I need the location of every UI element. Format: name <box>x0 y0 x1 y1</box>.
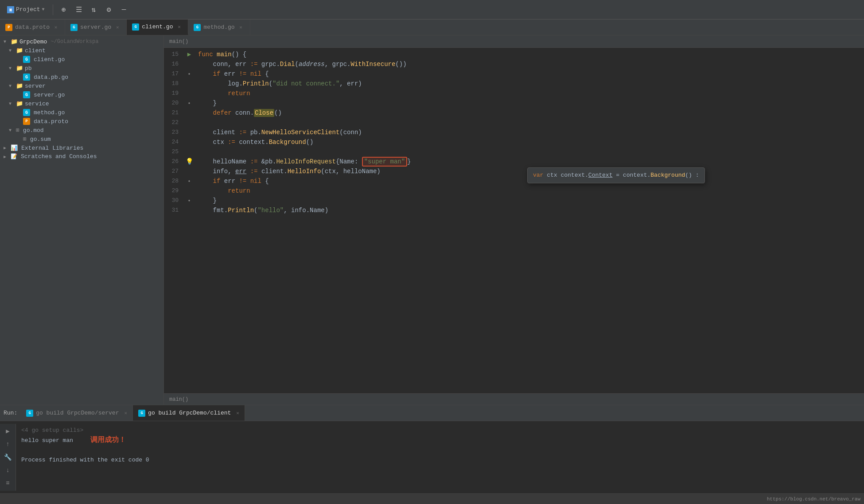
run-icon[interactable]: ▶ <box>187 50 191 59</box>
code-line-21: 21 defer conn.Close() <box>164 108 864 118</box>
folder-icon-server: 📁 <box>16 82 23 89</box>
terminal-line-1: <4 go setup calls> <box>21 426 859 435</box>
tree-item-server-go[interactable]: G server.go <box>0 90 163 99</box>
tab-close-method-go[interactable]: ✕ <box>237 24 245 31</box>
code-line-15: 15 ▶ func main() { <box>164 50 864 59</box>
bottom-tab-server-close[interactable]: ✕ <box>124 410 127 416</box>
bottom-tab-client-label: go build GrpcDemo/client <box>148 410 231 416</box>
editor-tab-bar: P data.proto ✕ G server.go ✕ G client.go… <box>0 19 864 35</box>
run-play-btn[interactable]: ▶ <box>3 426 13 436</box>
tab-close-client-go[interactable]: ✕ <box>175 23 183 31</box>
bottom-sidebar: ▶ ↑ 🔧 ↓ ≡ <box>0 424 16 491</box>
tree-label-service: service <box>25 101 49 107</box>
code-19: return <box>195 89 864 98</box>
line-num-24: 24 <box>164 137 184 147</box>
tree-item-go-sum[interactable]: ⊞ go.sum <box>0 135 163 143</box>
line-num-30: 30 <box>164 196 184 205</box>
tree-label-scratches: Scratches and Consoles <box>21 153 97 160</box>
tree-item-scratches[interactable]: ▶ 📝 Scratches and Consoles <box>0 152 163 161</box>
tree-label-external-libs: External Libraries <box>21 145 83 151</box>
settings-btn[interactable]: ⚙ <box>103 4 115 16</box>
line-num-17: 17 <box>164 69 184 79</box>
terminal-line-3 <box>21 446 859 455</box>
breakpoint-17: ⬥ <box>188 69 191 79</box>
terminal-text-2: hello super man <box>21 437 87 444</box>
structure-btn[interactable]: ☰ <box>73 4 85 16</box>
minimize-btn[interactable]: — <box>118 4 130 16</box>
bottom-panel: Run: G go build GrpcDemo/server ✕ G go b… <box>0 405 864 493</box>
tree-item-external-libs[interactable]: ▶ 📊 External Libraries <box>0 143 163 152</box>
code-31: fmt.Println("hello", info.Name) <box>195 205 864 215</box>
line-num-31: 31 <box>164 205 184 215</box>
tree-item-go-mod[interactable]: ▼ ⊞ go.mod <box>0 126 163 135</box>
tree-item-grpcdemo[interactable]: ▼ 📁 GrpcDemo ~/GoLandWorkspa <box>0 37 163 46</box>
terminal-text-1: <4 go setup calls> <box>21 427 83 434</box>
go-icon-client-run: G <box>138 410 145 417</box>
code-line-29: 29 return <box>164 186 864 196</box>
tab-close-server-go[interactable]: ✕ <box>114 24 121 31</box>
go-icon-server-run: G <box>26 410 33 417</box>
code-21: defer conn.Close() <box>195 108 864 118</box>
tree-item-pb-dir[interactable]: ▼ 📁 pb <box>0 64 163 73</box>
tooltip-var-name: ctx <box>547 172 560 178</box>
expand-icon-scratches: ▶ <box>4 154 9 159</box>
code-15: func main() { <box>195 50 864 59</box>
navigate-btn[interactable]: ⊕ <box>58 4 70 16</box>
code-line-17: 17 ⬥ if err != nil { <box>164 69 864 79</box>
proto-icon-file: P <box>23 118 30 125</box>
mod-icon-gomod: ⊞ <box>16 127 19 134</box>
run-tool-btn[interactable]: 🔧 <box>3 453 13 462</box>
code-content[interactable]: 15 ▶ func main() { 16 conn, err := grpc.… <box>164 48 864 393</box>
line-num-16: 16 <box>164 59 184 69</box>
code-line-28: 28 ⬥ if err != nil { <box>164 176 864 186</box>
bottom-tab-client[interactable]: G go build GrpcDemo/client ✕ <box>133 405 245 421</box>
tab-label-server-go: server.go <box>80 24 111 31</box>
bottom-tab-server[interactable]: G go build GrpcDemo/server ✕ <box>21 405 133 421</box>
go-icon-pb-file: G <box>23 74 30 81</box>
terminal-line-4: Process finished with the exit code 0 <box>21 455 859 465</box>
bottom-tab-server-label: go build GrpcDemo/server <box>36 410 119 416</box>
tab-label-method-go: method.go <box>203 24 234 31</box>
gutter-17: ⬥ <box>184 69 195 79</box>
tree-item-data-pb-go[interactable]: G data.pb.go <box>0 73 163 81</box>
collapse-icon-pb: ▼ <box>9 66 14 71</box>
footer-main-label: main() <box>169 396 188 403</box>
code-line-23: 23 client := pb.NewHelloServiceClient(co… <box>164 128 864 137</box>
run-down-btn[interactable]: ↓ <box>3 465 13 475</box>
mod-icon-gosum: ⊞ <box>23 136 27 143</box>
tree-item-data-proto[interactable]: P data.proto <box>0 117 163 126</box>
tooltip-type: context. <box>560 172 588 178</box>
tab-method-go[interactable]: G method.go ✕ <box>188 19 250 35</box>
bottom-tab-bar: Run: G go build GrpcDemo/server ✕ G go b… <box>0 405 864 421</box>
run-up-btn[interactable]: ↑ <box>3 439 13 449</box>
tab-server-go[interactable]: G server.go ✕ <box>65 19 127 35</box>
toolbar: ▣ Project ▼ ⊕ ☰ ⇅ ⚙ — <box>0 0 864 19</box>
project-label: Project <box>16 6 40 13</box>
code-24: ctx := context.Background() <box>195 137 864 147</box>
code-editor: main() 15 ▶ func main() { 16 conn, err :… <box>164 35 864 405</box>
project-selector[interactable]: ▣ Project ▼ <box>4 6 48 13</box>
code-line-18: 18 log.Println("did not connect.", err) <box>164 79 864 89</box>
hierarchy-btn[interactable]: ⇅ <box>88 4 100 16</box>
run-label: Run: <box>0 405 21 421</box>
run-wrap-btn[interactable]: ≡ <box>3 479 13 488</box>
tab-client-go[interactable]: G client.go ✕ <box>127 19 188 35</box>
code-line-31: 31 fmt.Println("hello", info.Name) <box>164 205 864 215</box>
tab-close-data-proto[interactable]: ✕ <box>52 24 59 31</box>
line-num-29: 29 <box>164 186 184 196</box>
tree-item-service-dir[interactable]: ▼ 📁 service <box>0 99 163 108</box>
tree-item-client-go[interactable]: G client.go <box>0 55 163 64</box>
scratches-icon: 📝 <box>11 153 17 160</box>
line-num-19: 19 <box>164 89 184 98</box>
code-20: } <box>195 98 864 108</box>
code-line-30: 30 ⬥ } <box>164 196 864 205</box>
tooltip-popup: var ctx context.Context = context.Backgr… <box>527 167 705 183</box>
collapse-icon-service: ▼ <box>9 101 14 106</box>
gutter-15: ▶ <box>184 50 195 59</box>
tree-item-method-go[interactable]: G method.go <box>0 108 163 117</box>
tree-item-client-dir[interactable]: ▼ 📁 client <box>0 46 163 55</box>
tree-item-server-dir[interactable]: ▼ 📁 server <box>0 81 163 90</box>
bottom-tab-client-close[interactable]: ✕ <box>236 410 239 416</box>
tree-label-grpcdemo: GrpcDemo <box>19 39 47 45</box>
tab-data-proto[interactable]: P data.proto ✕ <box>0 19 65 35</box>
